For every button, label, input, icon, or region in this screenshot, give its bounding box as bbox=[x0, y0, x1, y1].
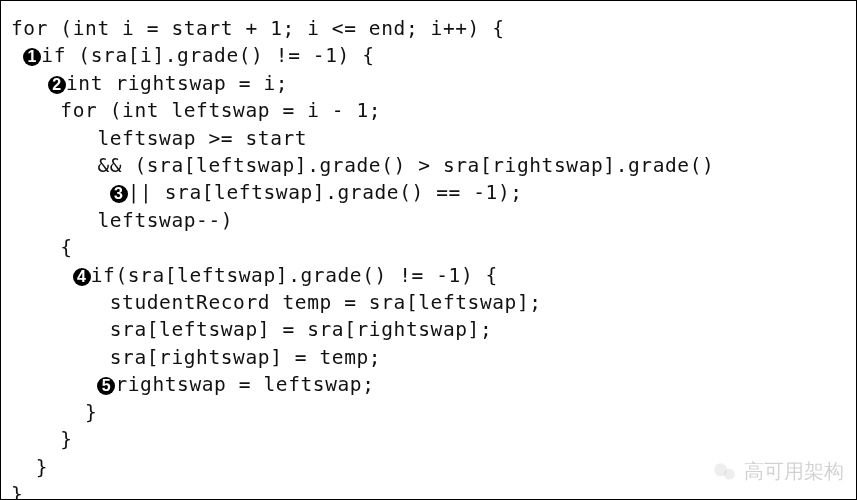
code-line: } bbox=[11, 483, 23, 500]
bullet-3-icon: 3 bbox=[110, 185, 128, 203]
code-line: if (sra[i].grade() != -1) { bbox=[41, 44, 374, 67]
code-line: sra[rightswap] = temp; bbox=[11, 346, 381, 369]
code-line: studentRecord temp = sra[leftswap]; bbox=[11, 291, 542, 314]
code-line: int rightswap = i; bbox=[66, 72, 288, 95]
code-line: && (sra[leftswap].grade() > sra[rightswa… bbox=[11, 154, 714, 177]
code-block: for (int i = start + 1; i <= end; i++) {… bbox=[11, 15, 846, 500]
code-listing-frame: for (int i = start + 1; i <= end; i++) {… bbox=[0, 0, 857, 500]
code-line: { bbox=[11, 236, 73, 259]
code-line: } bbox=[11, 401, 97, 424]
code-line: || sra[leftswap].grade() == -1); bbox=[128, 181, 523, 204]
code-line: } bbox=[11, 456, 48, 479]
bullet-5-icon: 5 bbox=[97, 377, 115, 395]
bullet-4-icon: 4 bbox=[73, 268, 91, 286]
bullet-2-icon: 2 bbox=[48, 76, 66, 94]
code-line: leftswap--) bbox=[11, 209, 233, 232]
code-line: if(sra[leftswap].grade() != -1) { bbox=[91, 264, 498, 287]
code-line: sra[leftswap] = sra[rightswap]; bbox=[11, 318, 492, 341]
code-line: } bbox=[11, 428, 73, 451]
code-line: rightswap = leftswap; bbox=[115, 373, 374, 396]
code-line: leftswap >= start bbox=[11, 127, 307, 150]
code-line: for (int i = start + 1; i <= end; i++) { bbox=[11, 17, 505, 40]
bullet-1-icon: 1 bbox=[23, 48, 41, 66]
code-line: for (int leftswap = i - 1; bbox=[11, 99, 381, 122]
